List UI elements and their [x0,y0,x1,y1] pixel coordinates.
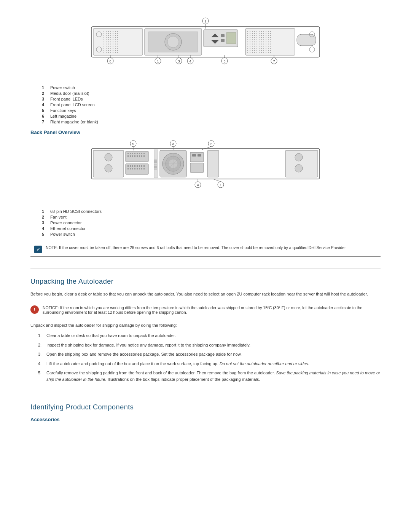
svg-rect-185 [268,31,269,32]
svg-rect-30 [108,46,109,47]
svg-rect-52 [110,37,111,38]
svg-rect-143 [247,52,248,53]
svg-rect-277 [127,165,129,167]
svg-rect-200 [266,39,266,40]
part-item-1: 1Power switch [42,85,381,90]
svg-rect-152 [261,33,262,34]
back-part-item-5: 5Power switch [42,232,381,236]
svg-rect-193 [268,35,269,36]
unpacking-steps: 1. Clear a table or desk so that you hav… [38,332,381,382]
svg-rect-207 [263,43,264,43]
svg-text:3: 3 [178,59,180,63]
svg-rect-108 [250,35,250,36]
svg-rect-97 [226,32,236,44]
svg-rect-304 [192,154,196,157]
svg-rect-162 [256,41,257,42]
svg-rect-77 [113,48,113,49]
section-divider-2 [30,394,381,394]
svg-rect-18 [108,39,109,40]
svg-rect-68 [110,45,111,45]
svg-rect-73 [113,46,113,47]
svg-rect-289 [137,168,138,169]
svg-text:2: 2 [204,19,206,23]
svg-rect-56 [110,39,111,40]
svg-rect-76 [110,48,111,49]
svg-rect-116 [250,39,250,40]
svg-rect-69 [113,45,113,45]
svg-rect-283 [141,165,142,167]
svg-rect-43 [117,31,118,32]
svg-rect-203 [263,41,264,42]
svg-rect-11 [106,35,107,36]
svg-rect-129 [252,45,253,45]
svg-rect-164 [261,41,262,42]
svg-rect-287 [132,168,133,169]
svg-rect-28 [104,46,104,47]
svg-rect-21 [108,41,109,42]
svg-rect-282 [139,165,140,167]
svg-rect-135 [247,48,248,49]
svg-rect-79 [117,48,118,49]
unpacking-title: Unpacking the Autoloader [30,278,381,286]
svg-rect-58 [115,39,116,40]
svg-rect-154 [259,35,260,36]
section-divider-1 [30,268,381,268]
svg-rect-196 [266,37,266,38]
svg-rect-35 [106,50,107,51]
svg-text:6: 6 [109,59,111,63]
svg-rect-23 [106,43,107,43]
svg-rect-202 [270,39,271,40]
svg-rect-144 [250,52,250,53]
note-box: ✓ NOTE: If the cover must be taken off, … [30,242,381,257]
svg-rect-306 [190,163,204,173]
back-panel-parts-list: 168-pin HD SCSI connectors 2Fan vent 3Po… [42,209,381,236]
svg-rect-46 [115,33,116,34]
svg-rect-111 [247,37,248,38]
svg-rect-37 [104,52,104,53]
svg-rect-214 [270,45,271,45]
svg-rect-276 [143,155,145,157]
svg-rect-270 [130,155,131,157]
svg-rect-124 [250,43,250,43]
svg-rect-85 [113,52,113,53]
svg-rect-209 [268,43,269,43]
svg-rect-206 [270,41,271,42]
svg-rect-194 [270,35,271,36]
svg-rect-303 [190,152,204,162]
svg-rect-291 [141,168,142,169]
svg-rect-157 [259,37,260,38]
svg-rect-136 [250,48,250,49]
identifying-title: Identifying Product Components [30,403,381,411]
svg-rect-223 [263,50,264,51]
svg-rect-31 [104,48,104,49]
svg-rect-29 [106,46,107,47]
svg-rect-42 [115,31,116,32]
svg-rect-177 [256,50,257,51]
svg-rect-227 [263,52,264,53]
svg-rect-142 [254,50,255,51]
svg-rect-24 [108,43,109,43]
svg-line-319 [202,147,211,150]
notice-box: ! NOTICE: If the room in which you are w… [30,302,381,318]
svg-rect-218 [270,46,271,47]
svg-point-91 [167,36,179,48]
svg-rect-264 [134,153,135,154]
svg-rect-195 [263,37,264,38]
front-panel-diagram: 6 1 3 4 5 7 2 [72,15,339,76]
svg-rect-137 [252,48,253,49]
svg-rect-224 [266,50,266,51]
svg-rect-128 [250,45,250,45]
svg-rect-191 [263,35,264,36]
svg-rect-148 [259,31,260,32]
svg-rect-75 [117,46,118,47]
svg-rect-19 [104,41,104,42]
svg-rect-160 [259,39,260,40]
back-panel-diagram-container: |||||||||||||||| [30,139,381,204]
svg-rect-199 [263,39,264,40]
svg-rect-38 [106,52,107,53]
svg-rect-219 [263,48,264,49]
svg-rect-32 [106,48,107,49]
svg-text:4: 4 [197,183,199,187]
svg-rect-158 [261,37,262,38]
svg-rect-221 [268,48,269,49]
